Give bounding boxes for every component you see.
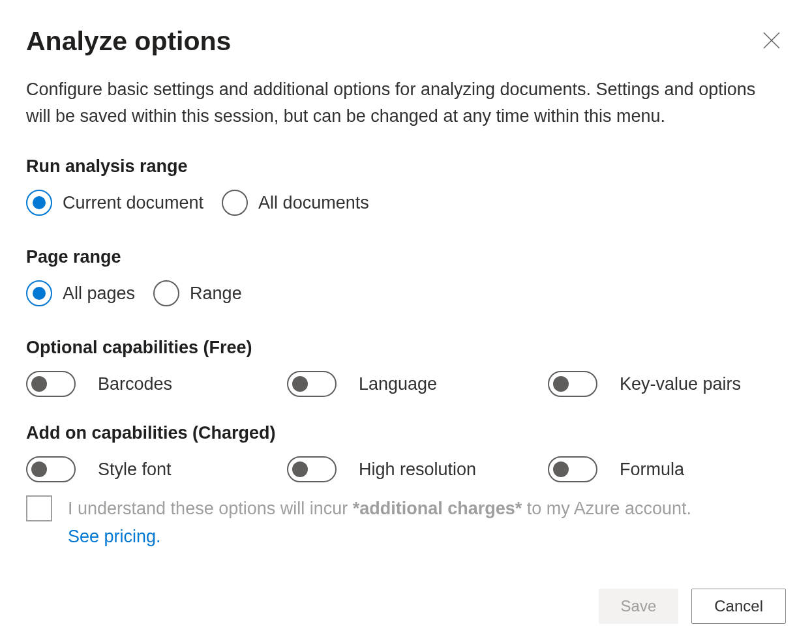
page-range-group: All pages Range [26, 280, 786, 306]
save-button[interactable]: Save [599, 589, 679, 624]
page-range-header: Page range [26, 247, 786, 267]
toggle-key-value-pairs-label: Key-value pairs [620, 374, 741, 394]
radio-current-document[interactable] [26, 190, 52, 216]
analyze-options-dialog: Analyze options Configure basic settings… [0, 0, 812, 644]
radio-range[interactable] [153, 280, 179, 306]
toggle-barcodes[interactable] [26, 371, 76, 397]
toggle-formula-label: Formula [620, 460, 684, 480]
disclaimer-bold: *additional charges* [353, 499, 522, 518]
addon-caps-header: Add on capabilities (Charged) [26, 423, 786, 443]
addon-caps-group: Style font High resolution Formula [26, 456, 786, 482]
optional-caps-header: Optional capabilities (Free) [26, 338, 786, 358]
disclaimer-suffix: to my Azure account. [522, 499, 691, 518]
radio-all-documents[interactable] [222, 190, 248, 216]
optional-caps-group: Barcodes Language Key-value pairs [26, 371, 786, 397]
toggle-style-font[interactable] [26, 456, 76, 482]
see-pricing-link[interactable]: See pricing. [68, 523, 691, 550]
toggle-language-label: Language [359, 374, 437, 394]
dialog-footer: Save Cancel [26, 589, 786, 624]
charges-checkbox[interactable] [26, 495, 52, 521]
analysis-range-group: Current document All documents [26, 190, 786, 216]
close-button[interactable] [757, 26, 786, 55]
toggle-high-resolution-label: High resolution [359, 460, 476, 480]
close-icon [762, 31, 781, 50]
radio-current-document-label: Current document [63, 193, 203, 213]
dialog-title: Analyze options [26, 26, 231, 57]
radio-all-pages-label: All pages [63, 284, 135, 304]
radio-range-label: Range [190, 284, 242, 304]
toggle-language[interactable] [287, 371, 337, 397]
analysis-range-header: Run analysis range [26, 156, 786, 177]
toggle-key-value-pairs[interactable] [548, 371, 597, 397]
disclaimer-prefix: I understand these options will incur [68, 499, 353, 518]
cancel-button[interactable]: Cancel [691, 589, 786, 624]
charges-disclaimer: I understand these options will incur *a… [26, 495, 786, 549]
toggle-high-resolution[interactable] [287, 456, 337, 482]
toggle-formula[interactable] [548, 456, 597, 482]
toggle-style-font-label: Style font [98, 460, 172, 480]
radio-all-documents-label: All documents [258, 193, 369, 213]
radio-all-pages[interactable] [26, 280, 52, 306]
toggle-barcodes-label: Barcodes [98, 374, 172, 394]
dialog-description: Configure basic settings and additional … [26, 76, 757, 129]
